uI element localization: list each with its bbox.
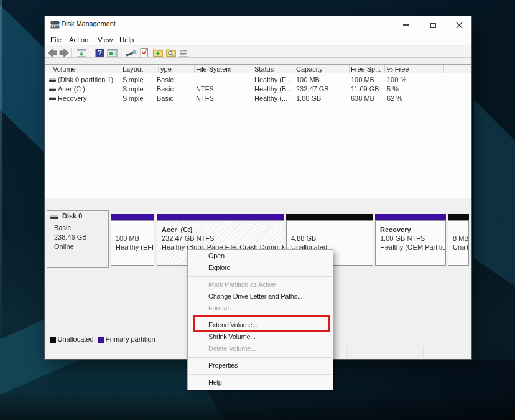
svg-text:?: ? [98, 49, 102, 57]
